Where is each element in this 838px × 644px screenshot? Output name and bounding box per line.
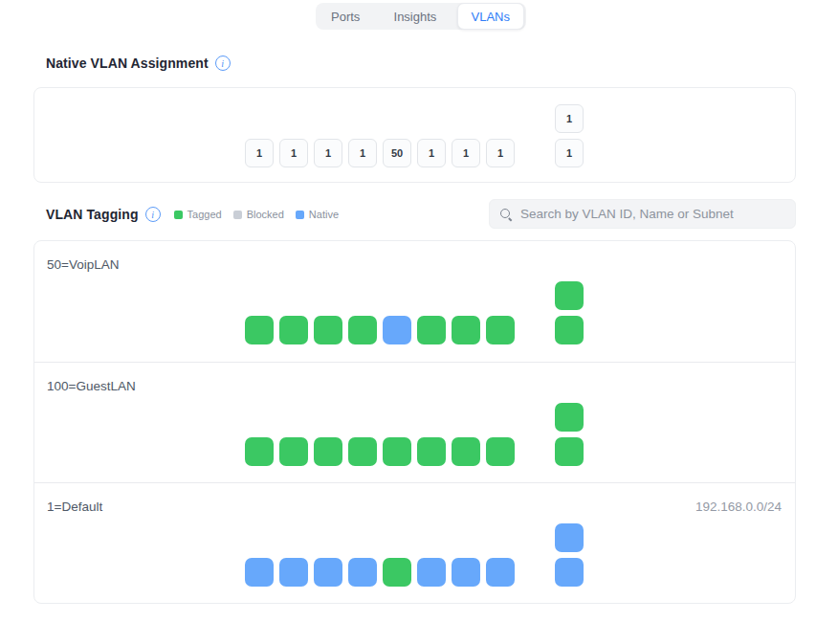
blocked-swatch-icon bbox=[233, 211, 242, 219]
port-square-tagged[interactable] bbox=[279, 316, 308, 344]
info-icon[interactable]: i bbox=[215, 56, 231, 71]
legend-item-native: Native bbox=[296, 209, 339, 220]
native-vlan-port-box[interactable]: 1 bbox=[245, 139, 274, 167]
native-vlan-port-box[interactable]: 1 bbox=[486, 139, 515, 167]
port-square-tagged[interactable] bbox=[314, 437, 342, 466]
port-square-native[interactable] bbox=[555, 558, 584, 587]
tagged-swatch-icon bbox=[174, 211, 183, 219]
port-squares-row bbox=[245, 316, 515, 344]
vlan-search-box[interactable] bbox=[489, 199, 796, 229]
port-square-tagged[interactable] bbox=[555, 403, 584, 432]
port-squares-row bbox=[245, 437, 515, 466]
port-square-tagged[interactable] bbox=[486, 316, 515, 344]
vlan-tagging-title: VLAN Tagging bbox=[46, 207, 139, 222]
search-icon bbox=[499, 208, 513, 221]
port-square-tagged[interactable] bbox=[417, 316, 446, 344]
vlan-label: 50=VoipLAN bbox=[47, 257, 119, 272]
port-square-tagged[interactable] bbox=[279, 437, 308, 466]
native-vlan-port-box[interactable]: 50 bbox=[383, 139, 411, 167]
port-squares-stack bbox=[555, 403, 584, 466]
port-square-native[interactable] bbox=[452, 558, 480, 587]
vlan-label: 100=GuestLAN bbox=[47, 379, 136, 393]
native-vlan-port-box[interactable]: 1 bbox=[279, 139, 308, 167]
vlan-tagging-heading-row: VLAN Tagging i Tagged Blocked Native bbox=[33, 199, 796, 230]
port-square-tagged[interactable] bbox=[452, 437, 480, 466]
port-square-native[interactable] bbox=[555, 523, 584, 552]
info-icon[interactable]: i bbox=[145, 207, 161, 222]
port-square-tagged[interactable] bbox=[348, 316, 377, 344]
port-square-tagged[interactable] bbox=[555, 281, 584, 310]
legend: Tagged Blocked Native bbox=[174, 209, 339, 220]
native-vlan-heading-row: Native VLAN Assignment i bbox=[46, 55, 796, 72]
port-square-native[interactable] bbox=[279, 558, 308, 587]
tab-insights[interactable]: Insights bbox=[381, 4, 451, 29]
port-square-native[interactable] bbox=[486, 558, 515, 587]
vlan-label: 1=Default bbox=[47, 500, 102, 514]
port-square-tagged[interactable] bbox=[245, 316, 274, 344]
port-square-tagged[interactable] bbox=[555, 316, 584, 344]
tab-vlans[interactable]: VLANs bbox=[457, 3, 524, 30]
native-vlan-port-box[interactable]: 1 bbox=[555, 139, 584, 167]
port-square-native[interactable] bbox=[348, 558, 377, 587]
legend-item-tagged: Tagged bbox=[174, 209, 222, 220]
port-squares-stack bbox=[555, 281, 584, 344]
vlan-tagging-card: 50=VoipLAN100=GuestLAN1=Default192.168.0… bbox=[33, 240, 796, 604]
native-vlan-port-box[interactable]: 1 bbox=[452, 139, 480, 167]
port-squares-stack bbox=[555, 523, 584, 587]
native-ports-stack: 11 bbox=[555, 104, 584, 167]
native-vlan-port-box[interactable]: 1 bbox=[348, 139, 377, 167]
legend-label: Tagged bbox=[187, 209, 222, 220]
legend-label: Blocked bbox=[247, 209, 284, 220]
native-vlan-card: 111150111 11 bbox=[33, 87, 796, 183]
port-square-native[interactable] bbox=[245, 558, 274, 587]
port-square-tagged[interactable] bbox=[486, 437, 515, 466]
native-vlan-port-box[interactable]: 1 bbox=[555, 104, 584, 133]
native-vlan-title: Native VLAN Assignment bbox=[46, 56, 209, 71]
page-content: Native VLAN Assignment i 111150111 11 VL… bbox=[33, 55, 796, 604]
port-square-native[interactable] bbox=[314, 558, 342, 587]
port-square-tagged[interactable] bbox=[452, 316, 480, 344]
native-swatch-icon bbox=[296, 211, 304, 219]
vlan-section: 100=GuestLAN bbox=[34, 362, 795, 482]
port-square-tagged[interactable] bbox=[348, 437, 377, 466]
port-square-native[interactable] bbox=[417, 558, 446, 587]
port-square-tagged[interactable] bbox=[245, 437, 274, 466]
port-square-tagged[interactable] bbox=[383, 437, 411, 466]
vlan-search-input[interactable] bbox=[520, 207, 785, 221]
port-square-tagged[interactable] bbox=[555, 437, 584, 466]
port-square-tagged[interactable] bbox=[417, 437, 446, 466]
port-square-tagged[interactable] bbox=[314, 316, 342, 344]
vlan-subnet: 192.168.0.0/24 bbox=[695, 500, 782, 514]
port-square-native[interactable] bbox=[383, 316, 411, 344]
port-squares-row bbox=[245, 558, 515, 587]
vlan-section: 50=VoipLAN bbox=[34, 241, 795, 362]
native-vlan-port-box[interactable]: 1 bbox=[417, 139, 446, 167]
native-vlan-port-box[interactable]: 1 bbox=[314, 139, 342, 167]
tab-ports[interactable]: Ports bbox=[318, 4, 373, 29]
port-square-tagged[interactable] bbox=[383, 558, 411, 587]
legend-item-blocked: Blocked bbox=[233, 209, 284, 220]
native-ports-row: 111150111 bbox=[245, 139, 515, 167]
legend-label: Native bbox=[309, 209, 339, 220]
vlan-section: 1=Default192.168.0.0/24 bbox=[34, 482, 795, 603]
view-tabbar: Ports Insights VLANs bbox=[316, 3, 526, 30]
